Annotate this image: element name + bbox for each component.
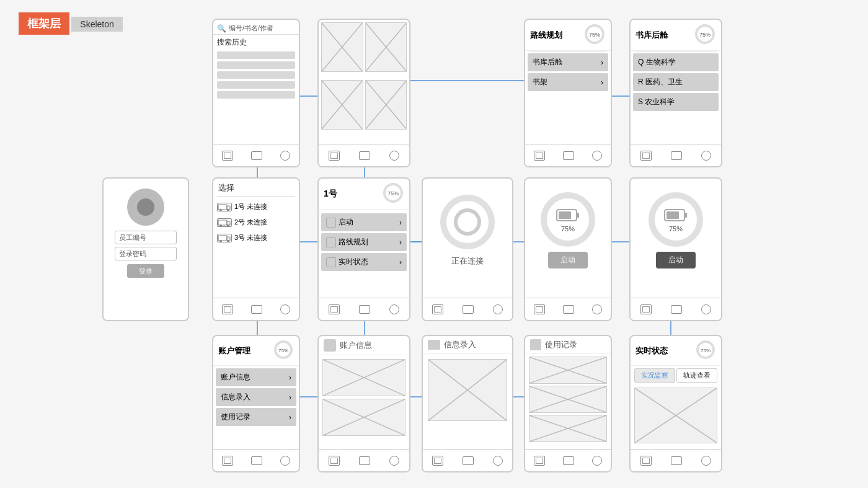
nav-book-icon-10[interactable] — [222, 456, 233, 466]
nav-monitor-icon-10[interactable] — [251, 456, 262, 465]
nav-monitor-icon-12[interactable] — [463, 456, 474, 465]
realtime-bottom-nav — [631, 449, 721, 471]
connecting-inner-ring — [454, 208, 481, 236]
tab-track[interactable]: 轨迹查看 — [676, 368, 717, 383]
nav-book-icon-8[interactable] — [534, 304, 545, 314]
history-row-4 — [217, 81, 295, 89]
robot1-realtime[interactable]: 实时状态 › — [321, 253, 407, 271]
robot-2-row[interactable]: 2号 未连接 — [213, 215, 299, 230]
nav-user-icon-10[interactable] — [280, 456, 290, 466]
robot1-battery: 75% — [382, 182, 404, 206]
nav-monitor-icon-11[interactable] — [359, 456, 370, 465]
password-field[interactable]: 登录密码 — [115, 247, 177, 260]
nav-user-icon-2[interactable] — [389, 151, 399, 161]
cat-s-label: S 农业科学 — [638, 97, 675, 107]
nav-book-icon-3[interactable] — [534, 151, 545, 161]
cat-q[interactable]: Q 生物科学 — [633, 53, 719, 71]
nav-user-icon-7[interactable] — [493, 304, 503, 314]
nav-book-icon-13[interactable] — [534, 456, 545, 466]
robot-3-row[interactable]: 3号 未连接 — [213, 230, 299, 246]
robot-1-row[interactable]: 1号 未连接 — [213, 199, 299, 215]
phone-select: 选择 1号 未连接 2号 未连接 3号 未连接 — [212, 177, 300, 321]
cat-s[interactable]: S 农业科学 — [633, 93, 719, 111]
svg-rect-30 — [218, 205, 227, 210]
shelf-label: 书架 — [533, 77, 547, 87]
svg-line-69 — [635, 388, 717, 443]
svg-rect-38 — [218, 236, 227, 241]
robot1-route[interactable]: 路线规划 › — [321, 233, 407, 251]
backstore-label: 书库后舱 — [533, 57, 562, 68]
nav-monitor-icon-13[interactable] — [563, 456, 574, 465]
nav-monitor-icon-4[interactable] — [671, 151, 682, 160]
account-bottom-nav — [213, 449, 299, 471]
arrow-realtime: › — [399, 258, 402, 267]
page-title: 框架层 — [19, 12, 69, 35]
nav-user-icon-12[interactable] — [493, 456, 503, 466]
svg-line-21 — [322, 81, 363, 129]
usage-bottom-nav — [525, 449, 611, 471]
truck-icon-2 — [217, 218, 232, 227]
start-btn-b[interactable]: 启动 — [656, 252, 696, 268]
avatar-inner — [137, 198, 154, 216]
nav-book-icon[interactable] — [222, 151, 233, 161]
realtime-battery: 75% — [695, 339, 716, 362]
phone-browse — [317, 19, 410, 167]
cat-r[interactable]: R 医药、卫生 — [633, 73, 719, 91]
history-row-5 — [217, 91, 295, 99]
nav-monitor-icon-7[interactable] — [463, 305, 474, 314]
menu-backstore[interactable]: 书库后舱 › — [528, 53, 608, 71]
nav-book-icon-5[interactable] — [222, 304, 233, 314]
employee-id-field[interactable]: 员工编号 — [115, 231, 177, 244]
nav-book-icon-2[interactable] — [329, 151, 340, 161]
nav-monitor-icon-2[interactable] — [359, 151, 370, 160]
cat-r-label: R 医药、卫生 — [638, 77, 683, 87]
robot1-bottom-nav — [319, 298, 409, 320]
nav-user-icon-3[interactable] — [592, 151, 602, 161]
nav-book-icon-12[interactable] — [432, 456, 443, 466]
connecting-ring — [440, 195, 495, 249]
nav-book-icon-4[interactable] — [640, 151, 652, 161]
history-row-3 — [217, 71, 295, 79]
nav-book-icon-11[interactable] — [329, 456, 340, 466]
login-button[interactable]: 登录 — [127, 264, 164, 278]
nav-monitor-icon-9[interactable] — [671, 305, 682, 314]
acct-info[interactable]: 账户信息 › — [216, 368, 296, 386]
acct-info-icon — [324, 339, 336, 352]
nav-user-icon-11[interactable] — [389, 456, 399, 466]
nav-user-icon[interactable] — [280, 151, 290, 161]
acct-info-bottom-nav — [319, 449, 409, 471]
nav-monitor-icon-14[interactable] — [671, 456, 682, 465]
nav-book-icon-6[interactable] — [329, 304, 340, 314]
acct-usage-label: 使用记录 — [221, 412, 250, 422]
acct-usage[interactable]: 使用记录 › — [216, 408, 296, 426]
nav-monitor-icon-3[interactable] — [563, 151, 574, 160]
search-icon: 🔍 — [217, 24, 226, 33]
account-title: 账户管理 — [218, 345, 250, 357]
acct-entry[interactable]: 信息录入 › — [216, 388, 296, 406]
nav-monitor-icon-8[interactable] — [563, 305, 574, 314]
nav-user-icon-4[interactable] — [701, 151, 711, 161]
nav-monitor-icon[interactable] — [251, 151, 262, 160]
tab-realtime[interactable]: 实况监察 — [634, 368, 675, 383]
nav-user-icon-5[interactable] — [280, 304, 290, 314]
nav-book-icon-14[interactable] — [640, 456, 652, 466]
nav-book-icon-9[interactable] — [640, 304, 652, 314]
svg-rect-34 — [218, 220, 227, 225]
nav-user-icon-13[interactable] — [592, 456, 602, 466]
nav-monitor-icon-5[interactable] — [251, 305, 262, 314]
nav-user-icon-14[interactable] — [701, 456, 711, 466]
svg-line-57 — [323, 399, 405, 435]
info-entry-title: 信息录入 — [444, 339, 476, 350]
nav-user-icon-8[interactable] — [592, 304, 602, 314]
menu-shelf[interactable]: 书架 › — [528, 73, 608, 91]
nav-monitor-icon-6[interactable] — [359, 305, 370, 314]
nav-user-icon-6[interactable] — [389, 304, 399, 314]
svg-line-16 — [322, 23, 363, 71]
robot1-start[interactable]: 启动 › — [321, 213, 407, 231]
browse-img-2 — [365, 22, 407, 72]
nav-book-icon-7[interactable] — [432, 304, 443, 314]
acct-img-1 — [322, 359, 405, 396]
start-btn-a[interactable]: 启动 — [548, 252, 588, 268]
svg-rect-47 — [559, 211, 571, 219]
nav-user-icon-9[interactable] — [701, 304, 711, 314]
